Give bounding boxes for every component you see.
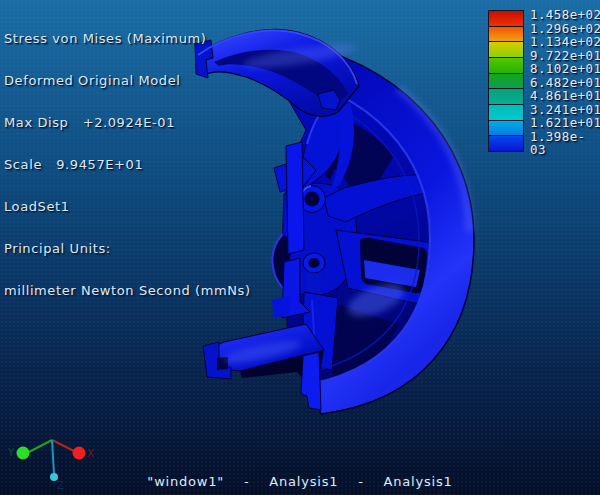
- legend-color-cell: [489, 121, 523, 137]
- x-axis-line: [52, 440, 74, 451]
- result-title: Stress von Mises (Maximum): [4, 32, 251, 46]
- wheel-bottom-flange: [203, 324, 324, 410]
- legend-value: 1.621e+01: [530, 116, 600, 129]
- legend-color-cell: [489, 105, 523, 121]
- legend-value: 6.482e+01: [530, 76, 600, 89]
- x-axis-label: X: [87, 448, 94, 459]
- scale-value: Scale 9.9457E+01: [4, 158, 251, 172]
- legend-color-cell: [489, 27, 523, 43]
- y-axis-label: Y: [7, 447, 15, 458]
- legend-value: 8.102e+01: [530, 62, 600, 75]
- legend-color-bar: [488, 10, 524, 152]
- legend-color-cell: [489, 89, 523, 105]
- legend-value: 1.134e+02: [530, 35, 600, 48]
- legend-value-labels: 1.458e+02 1.296e+02 1.134e+02 9.722e+01 …: [530, 8, 600, 156]
- legend-value: 1.458e+02: [530, 8, 600, 21]
- legend-color-cell: [489, 11, 523, 27]
- legend-value: 1.398e-03: [530, 130, 600, 156]
- stress-legend: 1.458e+02 1.296e+02 1.134e+02 9.722e+01 …: [480, 0, 600, 170]
- legend-value: 1.296e+02: [530, 22, 600, 35]
- legend-value: 9.722e+01: [530, 49, 600, 62]
- legend-value: 4.861e+01: [530, 89, 600, 102]
- graphics-window: { "background": { "top": "#1a6da6", "bot…: [0, 0, 600, 495]
- x-axis-ball: [73, 447, 86, 460]
- y-axis-ball: [17, 447, 30, 460]
- y-axis-line: [29, 440, 52, 452]
- legend-color-cell: [489, 74, 523, 90]
- legend-value: 3.241e+01: [530, 103, 600, 116]
- z-axis-line: [52, 440, 54, 474]
- deformed-model-label: Deformed Original Model: [4, 74, 251, 88]
- loadset-label: LoadSet1: [4, 200, 251, 214]
- max-disp-value: Max Disp +2.0924E-01: [4, 116, 251, 130]
- legend-color-cell: [489, 58, 523, 74]
- principal-units-label: Principal Units:: [4, 242, 251, 256]
- legend-color-cell: [489, 136, 523, 151]
- window-title: "window1" - Analysis1 - Analysis1: [0, 474, 600, 489]
- units-value: millimeter Newton Second (mmNs): [4, 284, 251, 298]
- result-header: Stress von Mises (Maximum) Deformed Orig…: [4, 4, 251, 312]
- legend-color-cell: [489, 42, 523, 58]
